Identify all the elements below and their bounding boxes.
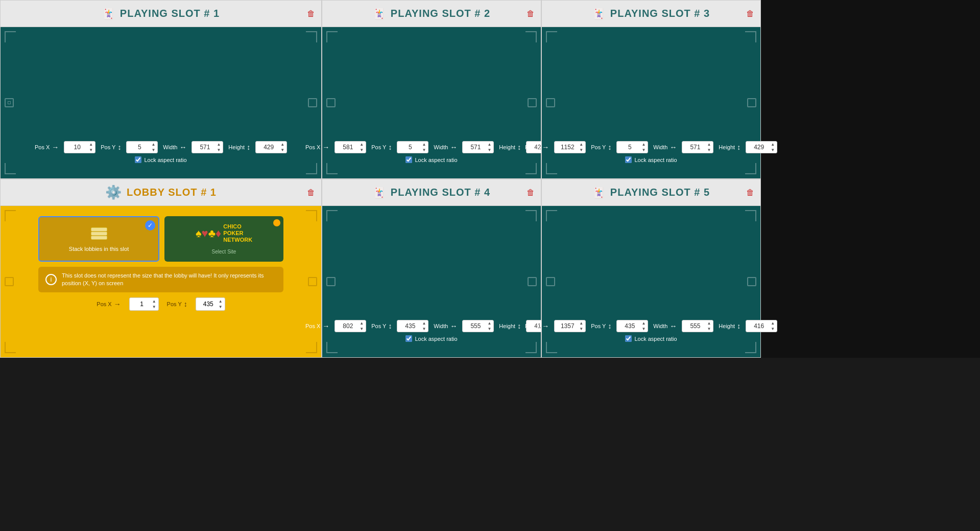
width-dn-3[interactable] bbox=[707, 147, 711, 153]
resize-handle-br-3[interactable] bbox=[745, 163, 756, 174]
lobby-pos-x-input[interactable]: 1 bbox=[129, 297, 159, 311]
pos-y-input-4[interactable]: 435 bbox=[397, 320, 428, 332]
height-up-1[interactable] bbox=[280, 142, 284, 147]
slot-1-delete-button[interactable]: 🗑 bbox=[307, 9, 315, 18]
resize-handle-tl-1[interactable] bbox=[5, 31, 16, 42]
height-input-3[interactable]: 429 bbox=[746, 141, 777, 153]
resize-handle-left-3[interactable] bbox=[546, 98, 555, 107]
pos-y-input-2[interactable]: 5 bbox=[397, 141, 428, 153]
resize-handle-br-4[interactable] bbox=[525, 342, 537, 353]
resize-handle-tl-4[interactable] bbox=[326, 210, 338, 221]
resize-handle-left-5[interactable] bbox=[546, 277, 555, 286]
height-input-5[interactable]: 416 bbox=[746, 320, 777, 332]
pos-y-up-4[interactable] bbox=[422, 320, 426, 326]
resize-handle-right-lobby[interactable] bbox=[308, 277, 317, 286]
width-input-3[interactable]: 571 bbox=[682, 141, 713, 153]
stack-lobbies-option[interactable]: ✓ Stack lobbies in this slot bbox=[38, 216, 159, 262]
resize-handle-right-1[interactable] bbox=[308, 98, 317, 107]
width-up-4[interactable] bbox=[487, 320, 491, 326]
width-input-4[interactable]: 555 bbox=[462, 320, 494, 332]
height-up-3[interactable] bbox=[771, 142, 775, 147]
height-field-1[interactable]: 429 bbox=[258, 144, 279, 151]
pos-x-dn-2[interactable] bbox=[360, 147, 364, 153]
pos-x-up-1[interactable] bbox=[89, 142, 93, 147]
resize-handle-right-2[interactable] bbox=[528, 98, 537, 107]
pos-x-dn-3[interactable] bbox=[579, 147, 583, 153]
resize-handle-bl-1[interactable] bbox=[5, 163, 16, 174]
resize-handle-tl-5[interactable] bbox=[546, 210, 557, 221]
pos-y-field-5[interactable]: 435 bbox=[619, 322, 640, 330]
pos-y-dn-2[interactable] bbox=[422, 147, 426, 153]
resize-handle-left-1[interactable] bbox=[5, 98, 14, 107]
resize-handle-tr-2[interactable] bbox=[525, 31, 537, 42]
width-dn-2[interactable] bbox=[487, 147, 491, 153]
pos-x-field-4[interactable]: 802 bbox=[337, 322, 358, 330]
resize-handle-left-lobby[interactable] bbox=[5, 277, 14, 286]
lock-ratio-checkbox-2[interactable] bbox=[405, 156, 412, 163]
pos-x-dn-4[interactable] bbox=[360, 326, 364, 332]
lobby-1-delete-button[interactable]: 🗑 bbox=[307, 188, 315, 197]
lobby-pos-y-up[interactable] bbox=[219, 298, 223, 304]
resize-handle-right-5[interactable] bbox=[747, 277, 756, 286]
resize-handle-tr-5[interactable] bbox=[745, 210, 756, 221]
pos-y-dn-4[interactable] bbox=[422, 326, 426, 332]
resize-handle-bl-2[interactable] bbox=[326, 163, 338, 174]
pos-x-input-5[interactable]: 1357 bbox=[554, 320, 586, 332]
height-input-1[interactable]: 429 bbox=[255, 141, 287, 153]
resize-handle-tl-lobby[interactable] bbox=[5, 210, 16, 221]
resize-handle-tr-3[interactable] bbox=[745, 31, 756, 42]
resize-handle-left-4[interactable] bbox=[326, 277, 336, 286]
pos-y-input-1[interactable]: 5 bbox=[126, 141, 158, 153]
height-field-3[interactable]: 429 bbox=[748, 144, 770, 151]
lock-ratio-checkbox-1[interactable] bbox=[135, 156, 141, 163]
pos-x-field-3[interactable]: 1152 bbox=[557, 144, 578, 151]
pos-y-input-5[interactable]: 435 bbox=[616, 320, 648, 332]
pos-x-up-3[interactable] bbox=[579, 142, 583, 147]
lobby-pos-y-dn[interactable] bbox=[219, 304, 223, 310]
resize-handle-bl-4[interactable] bbox=[326, 342, 338, 353]
width-field-3[interactable]: 571 bbox=[684, 144, 706, 151]
pos-y-up-3[interactable] bbox=[641, 142, 646, 147]
chico-network-option[interactable]: ♠♥♣♦ CHICO POKER NETWORK Select Site bbox=[164, 216, 283, 262]
pos-x-up-4[interactable] bbox=[360, 320, 364, 326]
pos-y-dn-5[interactable] bbox=[641, 326, 646, 332]
pos-x-dn-1[interactable] bbox=[89, 147, 93, 153]
resize-handle-tl-2[interactable] bbox=[326, 31, 338, 42]
resize-handle-bl-3[interactable] bbox=[546, 163, 557, 174]
width-input-2[interactable]: 571 bbox=[462, 141, 494, 153]
lock-ratio-checkbox-3[interactable] bbox=[625, 156, 632, 163]
resize-handle-left-2[interactable] bbox=[326, 98, 336, 107]
width-field-2[interactable]: 571 bbox=[465, 144, 486, 151]
resize-handle-tr-4[interactable] bbox=[525, 210, 537, 221]
pos-x-dn-5[interactable] bbox=[579, 326, 583, 332]
resize-handle-br-5[interactable] bbox=[745, 342, 756, 353]
width-input-1[interactable]: 571 bbox=[192, 141, 223, 153]
pos-y-input-3[interactable]: 5 bbox=[616, 141, 648, 153]
width-up-2[interactable] bbox=[487, 142, 491, 147]
width-field-1[interactable]: 571 bbox=[194, 144, 216, 151]
slot-3-delete-button[interactable]: 🗑 bbox=[746, 9, 754, 18]
pos-y-field-2[interactable]: 5 bbox=[399, 144, 421, 151]
pos-y-dn-3[interactable] bbox=[641, 147, 646, 153]
resize-handle-br-2[interactable] bbox=[525, 163, 537, 174]
pos-x-field-2[interactable]: 581 bbox=[337, 144, 358, 151]
slot-2-delete-button[interactable]: 🗑 bbox=[527, 9, 535, 18]
pos-x-input-1[interactable]: 10 bbox=[64, 141, 95, 153]
resize-handle-bl-lobby[interactable] bbox=[5, 342, 16, 353]
height-field-5[interactable]: 416 bbox=[748, 322, 770, 330]
resize-handle-bl-5[interactable] bbox=[546, 342, 557, 353]
slot-5-delete-button[interactable]: 🗑 bbox=[746, 188, 754, 197]
pos-y-up-1[interactable] bbox=[151, 142, 155, 147]
pos-y-field-3[interactable]: 5 bbox=[619, 144, 640, 151]
lobby-pos-x-field[interactable]: 1 bbox=[132, 301, 152, 308]
height-dn-3[interactable] bbox=[771, 147, 775, 153]
lobby-pos-x-dn[interactable] bbox=[152, 304, 156, 310]
pos-y-field-4[interactable]: 435 bbox=[399, 322, 421, 330]
resize-handle-right-3[interactable] bbox=[747, 98, 756, 107]
resize-handle-br-1[interactable] bbox=[306, 163, 317, 174]
width-field-4[interactable]: 555 bbox=[465, 322, 486, 330]
pos-x-up-5[interactable] bbox=[579, 320, 583, 326]
height-up-5[interactable] bbox=[771, 320, 775, 326]
width-dn-5[interactable] bbox=[707, 326, 711, 332]
lock-ratio-checkbox-4[interactable] bbox=[405, 335, 412, 342]
